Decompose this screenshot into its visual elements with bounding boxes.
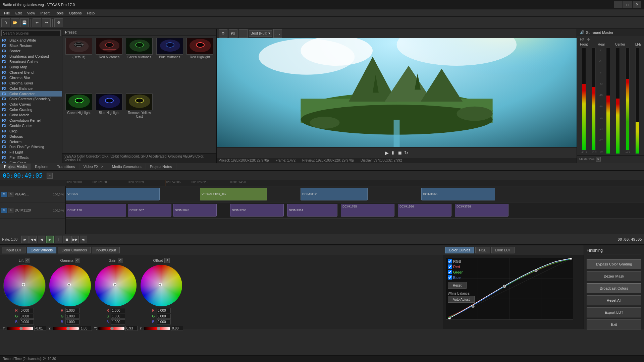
offset-r-input[interactable] (157, 308, 171, 313)
lift-b-input[interactable] (20, 319, 34, 324)
go-end-button[interactable]: ⏭ (80, 236, 87, 243)
effect-channel-blend[interactable]: FXChannel Blend (0, 70, 62, 75)
clip-vegas-1[interactable]: VEGAS... (66, 188, 160, 200)
gamma-y-input[interactable] (80, 326, 92, 331)
preset-default[interactable]: (Default) (64, 38, 93, 92)
cb-blue[interactable] (448, 275, 452, 280)
gain-g-input[interactable] (111, 314, 125, 319)
preview-grid-icon[interactable]: ⋮⋮ (273, 29, 282, 38)
lift-reset-button[interactable]: ↺ (25, 258, 30, 263)
preset-green-highlight[interactable]: Green Highlight (64, 94, 93, 152)
effect-bump-map[interactable]: FXBump Map (0, 64, 62, 70)
auto-adjust-button[interactable]: Auto Adjust (448, 296, 475, 303)
lift-g-input[interactable] (20, 314, 34, 319)
tab-project-media[interactable]: Project Media (0, 164, 31, 170)
gain-y-thumb[interactable] (110, 327, 114, 330)
cb-green-label[interactable]: Green (448, 270, 475, 274)
preview-fullscreen-icon[interactable]: ⛶ (239, 29, 248, 38)
tab-video-fx[interactable]: Video FX ✕ (79, 164, 108, 170)
export-lut-button[interactable]: Export LUT (587, 307, 641, 317)
lift-y-slider[interactable] (7, 327, 33, 330)
tab-look-lut[interactable]: Look LUT (491, 247, 515, 253)
track-solo-2[interactable]: S (8, 208, 13, 213)
effect-color-corrector[interactable]: FXColor Corrector (0, 91, 62, 97)
audio-clip-1314[interactable]: DCIM1314 (287, 204, 337, 217)
effect-black-white[interactable]: FXBlack and White (0, 38, 62, 43)
render-button[interactable]: ⚙ (54, 18, 63, 27)
gain-b-input[interactable] (111, 319, 125, 324)
effect-fill-light[interactable]: FXFill Light (0, 149, 62, 155)
cb-red[interactable] (448, 264, 452, 269)
lift-dot-indicator[interactable] (22, 283, 25, 286)
lift-r-input[interactable] (20, 308, 34, 313)
gamma-reset-button[interactable]: ↺ (75, 258, 80, 263)
menu-edit[interactable]: Edit (13, 10, 24, 16)
preset-green-midtones[interactable]: Green Midtones (125, 38, 154, 92)
curves-reset-button[interactable]: Reset (448, 282, 467, 289)
menu-insert[interactable]: Insert (38, 10, 52, 16)
tab-color-wheels[interactable]: Color Wheels (27, 247, 56, 253)
track-mute-2[interactable]: M (1, 208, 7, 213)
preset-red-highlight[interactable]: Red Highlight (185, 38, 214, 92)
undo-button[interactable]: ↩ (33, 18, 41, 27)
effect-defocus[interactable]: FXDefocus (0, 134, 62, 139)
clip-dcim1566[interactable]: DCIM1566 (421, 188, 495, 200)
gamma-r-input[interactable] (65, 308, 79, 313)
clip-vegas-titles[interactable]: VEGAS Titles_Tex... (200, 188, 267, 200)
audio-clip-3768[interactable]: DCIM3768 (455, 204, 508, 217)
effect-dual-fish-eye[interactable]: FXDual Fish Eye Stitching (0, 144, 62, 149)
menu-file[interactable]: File (1, 10, 13, 16)
search-input[interactable] (1, 30, 61, 36)
tab-project-notes[interactable]: Project Notes (146, 164, 176, 170)
cb-green[interactable] (448, 270, 452, 274)
gamma-y-thumb[interactable] (66, 327, 70, 330)
preset-remove-yellow[interactable]: Remove Yellow Cast (125, 94, 154, 152)
play-button[interactable]: ▶ (385, 150, 389, 156)
gain-reset-button[interactable]: ↺ (118, 258, 123, 263)
gain-dot-indicator[interactable] (113, 283, 116, 286)
audio-settings-icon[interactable]: ⚙ (587, 38, 590, 41)
effect-film-effects[interactable]: FXFilm Effects (0, 155, 62, 160)
gamma-dot-indicator[interactable] (67, 283, 71, 286)
pause-button[interactable]: ⏸ (391, 150, 395, 156)
timeline-settings-btn[interactable]: ≡ (47, 173, 53, 179)
offset-reset-button[interactable]: ↺ (164, 258, 170, 263)
effect-color-balance[interactable]: FXColor Balance (0, 86, 62, 91)
clip-dcim3112[interactable]: DCIM3112 (301, 188, 368, 200)
audio-fx-icon[interactable]: FX (580, 38, 584, 41)
effect-color-curves[interactable]: FXColor Curves (0, 102, 62, 107)
close-button[interactable]: ✕ (633, 1, 641, 8)
effect-cookie-cutter[interactable]: FXCookie Cutter (0, 123, 62, 128)
menu-tools[interactable]: Tools (52, 10, 66, 16)
offset-g-input[interactable] (157, 314, 171, 319)
gamma-y-slider[interactable] (53, 327, 79, 330)
bezier-mask-button[interactable]: Bézier Mask (587, 271, 641, 281)
reverse-button[interactable]: ◀ (38, 236, 45, 243)
tab-explorer[interactable]: Explorer (31, 164, 53, 170)
gain-y-slider[interactable] (98, 327, 124, 330)
stop-transport-button[interactable]: ⏹ (63, 236, 70, 243)
exit-button[interactable]: Exit (587, 319, 641, 329)
effect-black-restore[interactable]: FXBlack Restore (0, 43, 62, 48)
reset-all-button[interactable]: Reset All (587, 295, 641, 305)
menu-view[interactable]: View (24, 10, 38, 16)
lift-y-input[interactable] (34, 326, 46, 331)
pause-transport-button[interactable]: ⏸ (55, 236, 62, 243)
redo-button[interactable]: ↪ (42, 18, 51, 27)
gamma-g-input[interactable] (65, 314, 79, 319)
tab-input-lut[interactable]: Input LUT (2, 247, 25, 253)
preset-red-midtones[interactable]: Red Midtones (95, 38, 123, 92)
effect-color-grading[interactable]: FXColor Grading (0, 107, 62, 112)
bypass-color-grading-button[interactable]: Bypass Color Grading (587, 259, 641, 269)
effect-deform[interactable]: FXDeform (0, 139, 62, 144)
tab-media-generators[interactable]: Media Generators (108, 164, 146, 170)
preset-blue-midtones[interactable]: Blue Midtones (155, 38, 184, 92)
master-bus-close[interactable]: ✕ (596, 157, 601, 162)
audio-clip-1120[interactable]: DCIM1120 (66, 204, 126, 217)
offset-y-slider[interactable] (144, 327, 170, 330)
broadcast-colors-button[interactable]: Broadcast Colors (587, 283, 641, 293)
preview-quality-dropdown[interactable]: Best (Full) ▾ (249, 30, 272, 37)
audio-clip-1765[interactable]: DCIM1765 (341, 204, 394, 217)
effect-chroma-blur[interactable]: FXChroma Blur (0, 75, 62, 80)
menu-help[interactable]: Help (84, 10, 97, 16)
